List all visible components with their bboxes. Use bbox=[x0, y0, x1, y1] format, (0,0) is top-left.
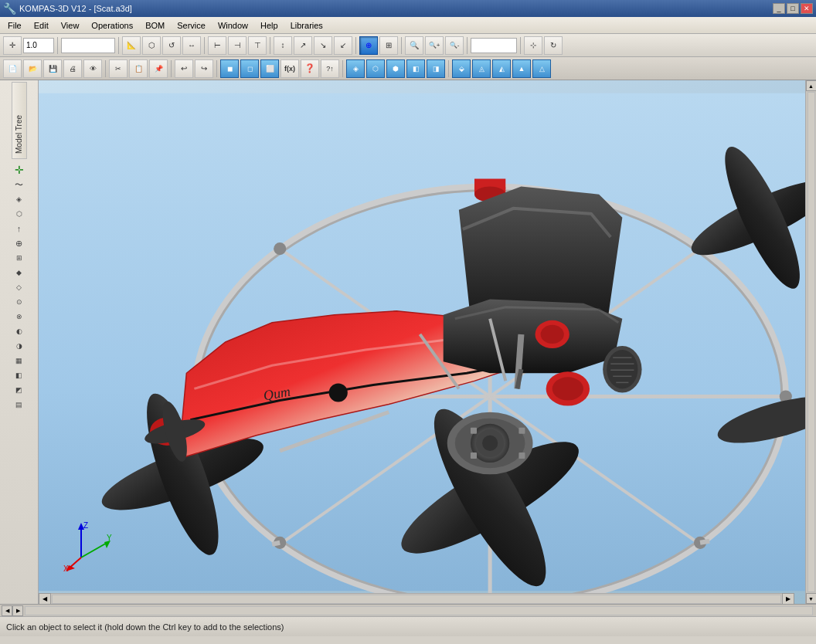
shape2c-icon[interactable]: ⊙ bbox=[12, 295, 26, 309]
nav-right-btn[interactable]: ▶ bbox=[12, 605, 23, 616]
undo-btn[interactable]: ↩ bbox=[175, 59, 193, 78]
meas1-btn[interactable]: ↕ bbox=[274, 36, 292, 55]
h-scroll-track[interactable] bbox=[52, 595, 781, 604]
menu-window[interactable]: Window bbox=[212, 19, 254, 32]
bottom-scroll-track[interactable] bbox=[25, 606, 813, 615]
nav-left-btn[interactable]: ◀ bbox=[2, 605, 12, 616]
move-btn[interactable]: ⊕ bbox=[359, 36, 378, 55]
scroll-up-btn[interactable]: ▲ bbox=[806, 80, 817, 91]
help-btn[interactable]: ❓ bbox=[301, 59, 319, 78]
shape2f-icon[interactable]: ◑ bbox=[12, 339, 26, 353]
shape2h-icon[interactable]: ◧ bbox=[12, 368, 26, 382]
menu-service[interactable]: Service bbox=[171, 19, 212, 32]
new-btn[interactable]: 📄 bbox=[3, 59, 22, 78]
zoom-out-btn[interactable]: 🔍- bbox=[445, 36, 464, 55]
open-btn[interactable]: 📂 bbox=[23, 59, 42, 78]
print-btn[interactable]: 🖨 bbox=[63, 59, 82, 78]
var-btn[interactable]: ⊞ bbox=[379, 36, 398, 55]
maximize-button[interactable]: □ bbox=[787, 3, 799, 14]
hidden-btn[interactable]: ⬜ bbox=[260, 59, 279, 78]
render2-btn[interactable]: ◬ bbox=[472, 59, 491, 78]
statusbar: Click an object to select it (hold down … bbox=[0, 616, 816, 636]
fx-btn[interactable]: f(x) bbox=[280, 59, 299, 78]
pan-btn[interactable]: ⊹ bbox=[524, 36, 542, 55]
shape2j-icon[interactable]: ▤ bbox=[12, 398, 26, 412]
arr2-btn[interactable]: ⊣ bbox=[228, 36, 246, 55]
h-scrollbar[interactable]: ◀ ▶ bbox=[39, 593, 794, 604]
solid5-btn[interactable]: ◨ bbox=[427, 59, 445, 78]
copy-btn[interactable]: 📋 bbox=[129, 59, 148, 78]
body2-icon[interactable]: ◈ bbox=[12, 192, 26, 206]
arr3-btn[interactable]: ⊤ bbox=[248, 36, 267, 55]
model-tree-tab[interactable]: Model Tree bbox=[12, 82, 27, 159]
v-scroll-track[interactable] bbox=[808, 92, 815, 592]
solid1-btn[interactable]: ◈ bbox=[346, 59, 365, 78]
paste-btn[interactable]: 📌 bbox=[149, 59, 168, 78]
scroll-left-btn[interactable]: ◀ bbox=[39, 593, 51, 605]
close-button[interactable]: ✕ bbox=[801, 3, 813, 14]
scale-input[interactable] bbox=[23, 38, 54, 53]
extrude-btn[interactable]: ⬡ bbox=[142, 36, 161, 55]
select-icon[interactable]: ✛ bbox=[12, 163, 26, 177]
menu-operations[interactable]: Operations bbox=[85, 19, 139, 32]
meas3-btn[interactable]: ↘ bbox=[314, 36, 332, 55]
meas4-btn[interactable]: ↙ bbox=[334, 36, 352, 55]
render4-btn[interactable]: ▲ bbox=[512, 59, 531, 78]
shape2b-icon[interactable]: ◇ bbox=[12, 280, 26, 294]
sep2 bbox=[118, 37, 119, 54]
menu-edit[interactable]: Edit bbox=[28, 19, 55, 32]
svg-point-40 bbox=[329, 383, 348, 402]
svg-text:X: X bbox=[63, 564, 69, 573]
arr1-btn[interactable]: ⊢ bbox=[208, 36, 226, 55]
sep4 bbox=[270, 37, 270, 54]
solid2-btn[interactable]: ⬡ bbox=[366, 59, 385, 78]
solid2a-icon[interactable]: ⬡ bbox=[12, 207, 26, 221]
viewport[interactable]: Qum bbox=[39, 80, 805, 604]
grid2-icon[interactable]: ⊞ bbox=[12, 251, 26, 265]
sep9 bbox=[105, 60, 106, 77]
preview-btn[interactable]: 👁 bbox=[83, 59, 102, 78]
menu-file[interactable]: File bbox=[2, 19, 28, 32]
pointer-btn[interactable]: ✛ bbox=[3, 36, 22, 55]
help2-btn[interactable]: ?↑ bbox=[321, 59, 339, 78]
mirror-btn[interactable]: ↔ bbox=[182, 36, 201, 55]
menu-help[interactable]: Help bbox=[254, 19, 284, 32]
zoom-value-input[interactable]: 0.1173 bbox=[471, 38, 517, 53]
solid4-btn[interactable]: ◧ bbox=[406, 59, 425, 78]
sketch2-icon[interactable]: 〜 bbox=[12, 178, 26, 192]
menu-view[interactable]: View bbox=[55, 19, 86, 32]
shade-btn[interactable]: ◼ bbox=[220, 59, 239, 78]
titlebar-controls: _ □ ✕ bbox=[773, 3, 813, 14]
zoom-fit-btn[interactable]: 🔍 bbox=[405, 36, 423, 55]
solid3-btn[interactable]: ⬢ bbox=[386, 59, 405, 78]
render5-btn[interactable]: △ bbox=[532, 59, 551, 78]
new-sketch-btn[interactable]: 📐 bbox=[122, 36, 141, 55]
shape2d-icon[interactable]: ⊗ bbox=[12, 310, 26, 324]
scroll-down-btn[interactable]: ▼ bbox=[806, 593, 817, 604]
v-scrollbar[interactable]: ▲ ▼ bbox=[805, 80, 816, 604]
render3-btn[interactable]: ◭ bbox=[492, 59, 511, 78]
menu-libraries[interactable]: Libraries bbox=[284, 19, 329, 32]
menu-bom[interactable]: BOM bbox=[139, 19, 171, 32]
zoom-in-btn[interactable]: 🔍+ bbox=[425, 36, 444, 55]
shape2e-icon[interactable]: ◐ bbox=[12, 324, 26, 338]
arrow2-icon[interactable]: ↑ bbox=[12, 222, 26, 236]
shape2i-icon[interactable]: ◩ bbox=[12, 383, 26, 397]
toolbar1: ✛ 📐 ⬡ ↺ ↔ ⊢ ⊣ ⊤ ↕ ↗ ↘ ↙ ⊕ ⊞ 🔍 🔍+ 🔍- 0.11… bbox=[0, 34, 816, 57]
sep5 bbox=[355, 37, 356, 54]
filter2-icon[interactable]: ⊕ bbox=[12, 236, 26, 250]
orient-input[interactable] bbox=[61, 38, 115, 53]
wire-btn[interactable]: ◻ bbox=[240, 59, 259, 78]
meas2-btn[interactable]: ↗ bbox=[294, 36, 312, 55]
save-btn[interactable]: 💾 bbox=[43, 59, 62, 78]
redo-btn[interactable]: ↪ bbox=[195, 59, 213, 78]
render1-btn[interactable]: ⬙ bbox=[452, 59, 471, 78]
scroll-right-btn[interactable]: ▶ bbox=[782, 593, 794, 605]
rotate-btn[interactable]: ↺ bbox=[162, 36, 181, 55]
rotate3d-btn[interactable]: ↻ bbox=[544, 36, 563, 55]
shape2g-icon[interactable]: ▦ bbox=[12, 354, 26, 368]
minimize-button[interactable]: _ bbox=[773, 3, 785, 14]
shape2a-icon[interactable]: ◆ bbox=[12, 266, 26, 280]
model-view: Qum bbox=[39, 80, 805, 604]
cut-btn[interactable]: ✂ bbox=[109, 59, 128, 78]
